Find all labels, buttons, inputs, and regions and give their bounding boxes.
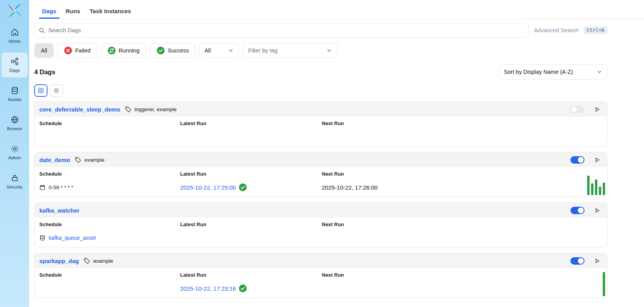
dag-pause-toggle[interactable] xyxy=(570,207,584,214)
sidebar-item-label: Assets xyxy=(8,97,21,102)
toggle-knob xyxy=(578,258,584,264)
sidebar-item-admin[interactable]: Admin xyxy=(2,140,28,165)
toggle-knob xyxy=(571,106,577,112)
dag-name-link[interactable]: core_deferrable_sleep_demo xyxy=(39,106,120,113)
schedule-value: 0-59 * * * * xyxy=(49,185,73,190)
filter-all-button[interactable]: All xyxy=(34,43,54,58)
filter-label: Failed xyxy=(75,47,91,54)
next-run-value: 2025-10-22, 17:26:00 xyxy=(322,184,377,191)
run-bar[interactable] xyxy=(587,176,590,195)
toggle-knob xyxy=(578,208,584,213)
tab-runs[interactable]: Runs xyxy=(62,3,84,19)
airflow-pinwheel-icon xyxy=(7,3,22,18)
dag-card-header: kafka_watcher xyxy=(35,203,607,218)
run-bar[interactable] xyxy=(603,183,605,195)
dag-card-header: sparkapp_dag example xyxy=(35,253,607,268)
dag-count: 4 Dags xyxy=(34,68,55,76)
dag-card-body: Schedule Latest Run 2025-10-22, 17:23:16… xyxy=(35,268,607,298)
run-bar[interactable] xyxy=(603,272,605,296)
dag-card-sparkapp-dag: sparkapp_dag example Schedule Latest Run xyxy=(34,253,607,298)
admin-gear-icon xyxy=(11,145,19,153)
tab-label: Dags xyxy=(42,8,56,14)
sidebar-item-home[interactable]: Home xyxy=(2,23,28,48)
trigger-dag-button[interactable] xyxy=(591,104,602,115)
trigger-dag-button[interactable] xyxy=(591,154,602,165)
card-view-button[interactable] xyxy=(34,84,47,97)
view-toggle-group xyxy=(34,84,607,97)
tag-icon xyxy=(125,106,132,113)
home-icon xyxy=(11,28,19,37)
latest-run-column-header: Latest Run xyxy=(180,272,322,278)
paused-filter-select[interactable]: All xyxy=(199,43,239,58)
tab-label: Task Instances xyxy=(89,8,131,14)
dag-tags[interactable]: triggerer, example xyxy=(135,106,177,112)
schedule-column-header: Schedule xyxy=(39,272,180,278)
sidebar-item-security[interactable]: Security xyxy=(2,169,28,194)
asset-database-icon xyxy=(39,235,46,241)
dag-card-list: core_deferrable_sleep_demo triggerer, ex… xyxy=(34,101,607,298)
dag-card-body: Schedule 0-59 * * * * Latest Run 2025-10… xyxy=(35,167,607,197)
dag-card-date-demo: date_demo example Schedule 0-59 * * * * xyxy=(34,152,607,197)
dag-card-header: core_deferrable_sleep_demo triggerer, ex… xyxy=(35,102,607,117)
trigger-dag-button[interactable] xyxy=(591,255,602,266)
filter-failed-button[interactable]: Failed xyxy=(58,43,97,58)
app-window: Home Dags Assets Browse Admin xyxy=(0,0,644,307)
dag-pause-toggle[interactable] xyxy=(570,156,584,164)
filter-running-button[interactable]: Running xyxy=(101,43,146,58)
play-icon xyxy=(594,157,600,163)
shortcut-badge: Ctrl+K xyxy=(584,26,607,34)
play-icon xyxy=(594,106,600,113)
latest-run-link[interactable]: 2025-10-22, 17:25:00 xyxy=(180,184,236,191)
success-status-icon[interactable] xyxy=(239,183,247,191)
search-box[interactable] xyxy=(34,23,528,38)
trigger-dag-button[interactable] xyxy=(591,205,602,216)
filter-success-button[interactable]: Success xyxy=(150,43,196,58)
run-bar[interactable] xyxy=(599,187,601,195)
search-input[interactable] xyxy=(48,27,524,33)
run-history-bars[interactable] xyxy=(587,176,605,195)
tag-filter-select[interactable]: Filter by tag xyxy=(243,43,337,58)
sidebar-item-browse[interactable]: Browse xyxy=(2,111,28,136)
run-bar[interactable] xyxy=(591,183,593,195)
chevron-down-icon xyxy=(228,47,234,54)
latest-run-link[interactable]: 2025-10-22, 17:23:16 xyxy=(180,285,236,292)
tab-dags[interactable]: Dags xyxy=(38,3,60,19)
running-status-icon xyxy=(108,47,116,54)
dag-pause-toggle[interactable] xyxy=(570,257,584,265)
filter-label: Success xyxy=(168,47,189,54)
airflow-logo[interactable] xyxy=(7,3,22,18)
success-status-icon[interactable] xyxy=(239,284,247,292)
search-row: Advanced Search Ctrl+K xyxy=(34,23,607,38)
sidebar: Home Dags Assets Browse Admin xyxy=(0,0,29,307)
dags-icon xyxy=(11,57,19,66)
assets-icon xyxy=(11,86,19,95)
summary-row: 4 Dags Sort by Display Name (A-Z) xyxy=(34,64,607,80)
dag-pause-toggle[interactable] xyxy=(570,106,584,113)
tab-task-instances[interactable]: Task Instances xyxy=(86,3,135,19)
sort-select[interactable]: Sort by Display Name (A-Z) xyxy=(499,64,607,80)
run-bar[interactable] xyxy=(595,180,597,195)
success-status-icon xyxy=(157,47,165,54)
latest-run-column-header: Latest Run xyxy=(180,120,322,126)
dag-name-link[interactable]: date_demo xyxy=(39,157,70,163)
dag-card-body: Schedule kafka_queue_asset Latest Run Ne… xyxy=(35,218,607,247)
dag-tags[interactable]: example xyxy=(93,258,113,264)
security-lock-icon xyxy=(11,174,19,182)
schedule-column-header: Schedule xyxy=(39,120,180,126)
select-placeholder: Filter by tag xyxy=(248,47,277,54)
schedule-asset-link[interactable]: kafka_queue_asset xyxy=(49,235,96,241)
select-value: Sort by Display Name (A-Z) xyxy=(504,69,573,75)
tab-label: Runs xyxy=(66,8,81,14)
grid-view-icon xyxy=(38,87,44,94)
filter-row: All Failed Running Success All Filter by… xyxy=(34,43,607,58)
dag-name-link[interactable]: sparkapp_dag xyxy=(39,258,79,264)
list-view-button[interactable] xyxy=(50,84,63,97)
dag-name-link[interactable]: kafka_watcher xyxy=(39,207,79,214)
sidebar-item-assets[interactable]: Assets xyxy=(2,82,28,106)
advanced-search-link[interactable]: Advanced Search xyxy=(534,27,578,33)
run-history-bars[interactable] xyxy=(603,272,605,296)
dag-card-kafka-watcher: kafka_watcher Schedule kafka_queue_asset xyxy=(34,202,607,248)
dag-tags[interactable]: example xyxy=(84,157,104,163)
next-run-column-header: Next Run xyxy=(322,120,602,126)
sidebar-item-dags[interactable]: Dags xyxy=(2,52,28,77)
